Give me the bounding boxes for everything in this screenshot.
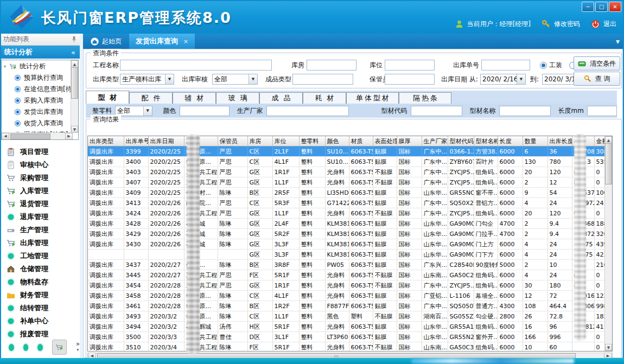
tree-item[interactable]: 预算执行查询	[2, 72, 78, 84]
audit-select[interactable]: 全部 ▼	[212, 74, 258, 85]
material-tab-8[interactable]: 隔热条	[399, 92, 451, 104]
chevron-down-icon[interactable]: ▼	[249, 74, 257, 84]
sidebar-item[interactable]: 退货管理	[0, 197, 80, 210]
tab-home[interactable]: 起始页	[83, 34, 129, 49]
dot-icon[interactable]	[37, 344, 43, 351]
logout[interactable]: 退出	[591, 20, 616, 29]
tree-item[interactable]: 发货出库查询	[2, 106, 78, 118]
sidebar-item[interactable]: 报废管理	[0, 328, 80, 341]
tree-item[interactable]: 在途信息查询[待	[2, 84, 78, 95]
material-tab-2[interactable]: 配件	[129, 92, 173, 104]
tab-list-caret-icon[interactable]: ▼	[616, 39, 620, 44]
out-type-select[interactable]: 生产领料出库 ▼	[120, 74, 174, 85]
change-password[interactable]: 修改密码	[542, 20, 580, 29]
manufacturer-input[interactable]	[266, 106, 349, 116]
color-input[interactable]	[180, 106, 230, 116]
column-header[interactable]: 出库类型	[88, 136, 124, 146]
table-row[interactable]: 调拨出库34002020/2/25华 原...严思C区4L1F整料SU10...…	[88, 157, 606, 167]
sidebar-item[interactable]: 补单中心	[0, 315, 80, 328]
table-row[interactable]: 调拨出库34582020/2/28华 原...陈琳C区4L1F整料光身料6063…	[88, 291, 606, 301]
dot-icon[interactable]	[23, 344, 29, 351]
warehouse-input[interactable]	[307, 60, 356, 71]
clear-conditions-button[interactable]: 清空条件	[574, 56, 620, 71]
column-header[interactable]: 库位	[272, 136, 299, 146]
sidebar-item[interactable]: 仓储管理	[0, 263, 80, 276]
column-header[interactable]: 数量	[523, 136, 547, 146]
whole-piece-select[interactable]: 全部 ▼	[115, 106, 152, 116]
date-from-picker[interactable]: 2020/ 2/16 ▼	[480, 74, 526, 85]
sidebar-item[interactable]: 工地管理	[0, 250, 80, 263]
maximize-button[interactable]: □	[595, 2, 608, 12]
dot-icon[interactable]	[9, 344, 14, 351]
material-tab-3[interactable]: 辅材	[173, 92, 216, 104]
table-row[interactable]: 调拨出库34302020/2/26石 城陈琳G区3L3F整料KLM3817606…	[88, 239, 606, 250]
chevron-down-icon[interactable]: ▼	[165, 74, 174, 84]
table-row[interactable]: 调拨出库34072020/2/25工 共工程严思G区1L1F整料光身料6063-…	[88, 177, 606, 188]
column-header[interactable]: 生产厂家	[422, 136, 448, 146]
scroll-down-arrow-icon[interactable]: ▼	[605, 344, 612, 351]
pin-icon[interactable]	[72, 36, 77, 43]
table-row[interactable]: 调拨出库34942020/3/2石 辉城汤伟H区5R1F整料光身料6063-T5…	[88, 322, 606, 332]
location-input[interactable]	[385, 60, 435, 71]
tab-close-icon[interactable]: ×	[183, 38, 188, 45]
column-header[interactable]: 保管员	[218, 136, 247, 146]
column-header[interactable]: 出库长度	[547, 136, 572, 146]
length-input[interactable]	[587, 106, 617, 116]
sidebar-item[interactable]: 入库管理	[0, 184, 80, 197]
column-header[interactable]: 出库日期	[148, 136, 184, 146]
scroll-right-arrow-icon[interactable]: ▶	[65, 133, 73, 140]
material-tab-7[interactable]: 单体型材	[346, 92, 399, 104]
column-header[interactable]: 出库单号	[124, 136, 148, 146]
sidebar-item[interactable]: 结转管理	[0, 302, 80, 315]
table-row[interactable]: 调拨出库35102020/3/4工 共工程陈琳F区5R1F整料光身料6063-T…	[88, 342, 606, 352]
column-header[interactable]: 长度	[498, 136, 523, 146]
tree-vertical-scrollbar[interactable]: ▲ ▼	[71, 60, 78, 133]
tab-shipping-outbound-query[interactable]: 发货出库查询 ×	[129, 34, 195, 49]
column-header[interactable]: 材质	[349, 136, 373, 146]
table-row[interactable]: 调拨出库34372020/2/27佛 ...陈琳B区3R8F整料PW056063…	[88, 260, 606, 270]
table-row[interactable]: 调拨出库34612020/2/28华 原...陈琳B区1R2F整料F8877FT…	[88, 301, 606, 311]
more-chevron-icon[interactable]: »▾	[76, 342, 80, 353]
sidebar-item[interactable]: 审核中心	[0, 158, 80, 171]
column-header[interactable]: 型材名称	[474, 136, 498, 146]
sidebar-item[interactable]: 生产管理	[0, 223, 80, 237]
table-row[interactable]: 调拨出库34132020/2/26南 院...严思C区5R3F整料G714226…	[88, 198, 606, 208]
tree-item[interactable]: 采购入库查询	[2, 95, 78, 106]
sidebar-item[interactable]: 采购管理	[0, 171, 80, 184]
sidebar-item[interactable]: 出库管理	[0, 237, 80, 250]
chevron-down-icon[interactable]: ▼	[143, 106, 152, 116]
tree-root[interactable]: ▾ 统计分析	[2, 60, 78, 72]
column-header[interactable]: 型材代码	[448, 136, 474, 146]
order-no-input[interactable]	[481, 60, 530, 71]
close-button[interactable]: ✕	[609, 2, 621, 12]
material-tab-5[interactable]: 成品	[259, 92, 303, 104]
material-tab-6[interactable]: 耗材	[303, 92, 346, 104]
scrollbar-thumb[interactable]	[605, 143, 612, 184]
radio-gongzhuang[interactable]: 工装	[540, 61, 562, 70]
column-header[interactable]: 膜厚	[397, 136, 422, 146]
sidebar-item[interactable]: 项目管理	[0, 145, 80, 158]
table-row[interactable]: 调拨出库35002020/3/3工 共工程曹佳D区3L1F整料LT3P60606…	[88, 332, 606, 342]
sidebar-item[interactable]: 物料盘存	[0, 276, 80, 289]
material-tab-4[interactable]: 玻璃	[216, 92, 259, 104]
sidebar-section-header[interactable]: 统计分析 «	[0, 46, 80, 59]
column-header[interactable]: 整零料	[299, 136, 325, 146]
table-row[interactable]: 调拨出库34242020/2/26工 共工程严思G区1L1F整料光身料6063-…	[88, 208, 606, 219]
product-type-input[interactable]	[292, 74, 353, 85]
scrollbar-thumb[interactable]	[71, 67, 78, 99]
cart-button[interactable]	[52, 340, 67, 355]
table-row[interactable]: 调拨出库34292020/2/26石 城陈琳G区5R2F整料KLM3817606…	[88, 229, 606, 239]
material-tab-1[interactable]: 型材	[86, 91, 129, 104]
collapse-icon[interactable]: «	[71, 48, 75, 56]
sidebar-item[interactable]: 退库管理	[0, 210, 80, 223]
tree-horizontal-scrollbar[interactable]: ◀ ▶	[2, 132, 73, 139]
table-row[interactable]: 调拨出库34542020/2/28工 共工程严思G区1R1F整料光身料6063-…	[88, 280, 606, 291]
table-row[interactable]: 调拨出库34452020/2/27工 共工程严思F区5R1F整料光身料6063-…	[88, 270, 606, 280]
tree-item[interactable]: 收货入库查询	[2, 118, 78, 129]
column-header[interactable]: 表面处理	[373, 136, 397, 146]
table-row[interactable]: 调拨出库34282020/2/26石 城陈琳G区2L4F整料KLM3817606…	[88, 219, 606, 229]
expander-icon[interactable]: ▾	[4, 64, 6, 69]
scrollbar-thumb[interactable]	[10, 133, 50, 139]
profile-code-input[interactable]	[411, 106, 462, 116]
column-header[interactable]: 库房	[247, 136, 272, 146]
